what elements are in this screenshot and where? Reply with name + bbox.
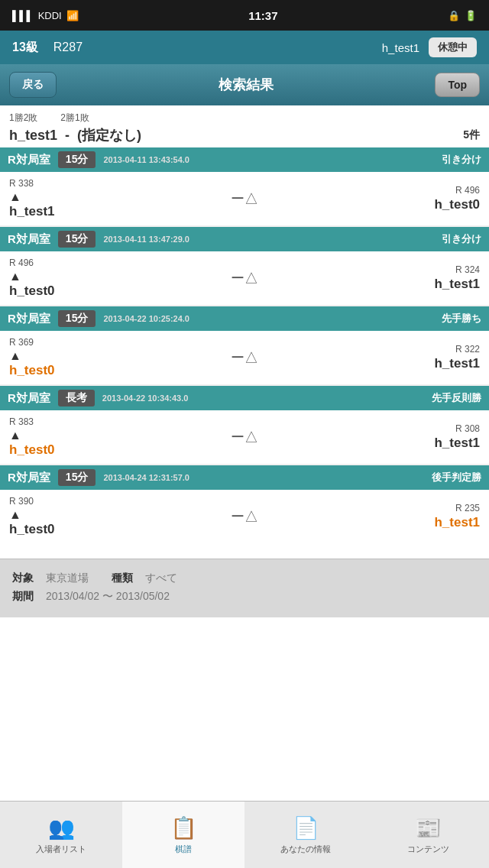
game-room: R対局室 bbox=[8, 391, 50, 406]
player2-name: h_test1 bbox=[434, 356, 480, 371]
player1-piece: ▲ bbox=[9, 190, 21, 204]
game-date: 2013-04-11 13:43:54.0 bbox=[103, 155, 442, 164]
game-date: 2013-04-22 10:34:43.0 bbox=[102, 394, 432, 403]
vs-section: ー△ bbox=[55, 269, 435, 287]
info-bar: 13級 R287 h_test1 休憩中 bbox=[0, 31, 489, 64]
type-label: 種類 bbox=[112, 572, 133, 585]
tab-profile[interactable]: 📄 あなたの情報 bbox=[244, 802, 367, 868]
player2-section: R 496 h_test0 bbox=[434, 185, 480, 212]
player2-name: (指定なし) bbox=[77, 126, 141, 144]
game-date: 2013-04-22 10:25:24.0 bbox=[103, 314, 442, 323]
game-list: R対局室 15分 2013-04-11 13:43:54.0 引き分け R 33… bbox=[0, 147, 489, 543]
filter-row-target: 対象 東京道場 種類 すべて bbox=[12, 572, 477, 585]
target-label: 対象 bbox=[12, 572, 40, 585]
game-result: 先手反則勝 bbox=[432, 391, 481, 405]
search-summary: 1勝2敗 2勝1敗 h_test1 - (指定なし) 5件 bbox=[0, 105, 489, 147]
game-date: 2013-04-11 13:47:29.0 bbox=[103, 235, 442, 244]
vs-symbol: ー△ bbox=[231, 428, 258, 446]
tab-players[interactable]: 👥 入場者リスト bbox=[0, 802, 122, 868]
status-badge: 休憩中 bbox=[429, 37, 477, 57]
player1-name: h_test0 bbox=[9, 283, 55, 299]
player2-rating: R 235 bbox=[455, 503, 480, 513]
player2-name: h_test0 bbox=[434, 197, 480, 212]
player2-wins: 2勝1敗 bbox=[60, 112, 89, 125]
game-item[interactable]: R対局室 15分 2013-04-24 12:31:57.0 後手判定勝 R 3… bbox=[0, 465, 489, 543]
content-tab-label: コンテンツ bbox=[407, 844, 449, 855]
player1-rating: R 496 bbox=[9, 257, 34, 268]
player1-wins: 1勝2敗 bbox=[9, 112, 37, 125]
vs-section: ー△ bbox=[55, 189, 435, 208]
player1-rating: R 369 bbox=[9, 337, 34, 348]
game-result: 後手判定勝 bbox=[432, 471, 481, 484]
player2-name: h_test1 bbox=[434, 515, 480, 530]
vs-section: ー△ bbox=[55, 507, 435, 526]
game-players: R 390 ▲ h_test0 ー△ R 235 h_test1 bbox=[0, 490, 489, 543]
back-button[interactable]: 戻る bbox=[9, 72, 57, 98]
profile-tab-label: あなたの情報 bbox=[280, 844, 331, 855]
player1-name: h_test1 bbox=[9, 204, 55, 219]
game-room: R対局室 bbox=[8, 232, 50, 247]
player1-rating: R 383 bbox=[9, 416, 34, 427]
rating-label: R287 bbox=[53, 40, 83, 54]
player1-section: R 390 ▲ h_test0 bbox=[9, 496, 55, 537]
player1-name: h_test0 bbox=[9, 522, 55, 537]
player1-piece: ▲ bbox=[9, 270, 21, 283]
status-bar-left: ▌▌▌ KDDI 📶 bbox=[12, 10, 79, 21]
vs-symbol: ー△ bbox=[231, 269, 258, 287]
player1-section: R 496 ▲ h_test0 bbox=[9, 257, 55, 299]
game-players: R 369 ▲ h_test0 ー△ R 322 h_test1 bbox=[0, 331, 489, 384]
vs-section: ー△ bbox=[55, 348, 435, 367]
player2-name: h_test1 bbox=[434, 277, 480, 292]
player1-name: h_test0 bbox=[9, 363, 55, 378]
game-players: R 338 ▲ h_test1 ー△ R 496 h_test0 bbox=[0, 172, 489, 225]
game-item[interactable]: R対局室 長考 2013-04-22 10:34:43.0 先手反則勝 R 38… bbox=[0, 386, 489, 464]
vs-symbol: ー△ bbox=[231, 189, 258, 208]
battery-icon: 🔋 bbox=[465, 10, 477, 21]
profile-tab-icon: 📄 bbox=[293, 815, 319, 840]
game-item[interactable]: R対局室 15分 2013-04-11 13:47:29.0 引き分け R 49… bbox=[0, 227, 489, 305]
player1-piece: ▲ bbox=[9, 508, 21, 522]
player2-rating: R 496 bbox=[455, 185, 480, 196]
user-id-label: h_test1 bbox=[382, 41, 419, 54]
game-header: R対局室 15分 2013-04-22 10:25:24.0 先手勝ち bbox=[0, 306, 489, 331]
status-bar-time: 11:37 bbox=[248, 9, 277, 22]
player1-rating: R 338 bbox=[9, 178, 34, 189]
game-result: 先手勝ち bbox=[442, 312, 481, 326]
game-item[interactable]: R対局室 15分 2013-04-22 10:25:24.0 先手勝ち R 36… bbox=[0, 306, 489, 384]
player2-section: R 308 h_test1 bbox=[434, 423, 480, 451]
game-item[interactable]: R対局室 15分 2013-04-11 13:43:54.0 引き分け R 33… bbox=[0, 147, 489, 225]
players-tab-icon: 👥 bbox=[48, 815, 75, 840]
game-time: 15分 bbox=[58, 231, 96, 248]
status-bar-right: 🔒 🔋 bbox=[448, 10, 477, 21]
player1-section: R 383 ▲ h_test0 bbox=[9, 416, 55, 458]
period-label: 期間 bbox=[12, 590, 40, 604]
vs-symbol: ー△ bbox=[231, 348, 258, 367]
game-time: 15分 bbox=[58, 151, 96, 168]
tab-kifu[interactable]: 📋 棋譜 bbox=[122, 802, 244, 868]
player1-section: R 369 ▲ h_test0 bbox=[9, 337, 55, 378]
game-result: 引き分け bbox=[442, 232, 481, 246]
tab-content[interactable]: 📰 コンテンツ bbox=[367, 802, 489, 868]
game-time: 15分 bbox=[58, 310, 96, 327]
kifu-tab-icon: 📋 bbox=[170, 815, 197, 840]
lock-icon: 🔒 bbox=[448, 10, 460, 21]
wifi-icon: 📶 bbox=[66, 10, 79, 21]
game-header: R対局室 長考 2013-04-22 10:34:43.0 先手反則勝 bbox=[0, 386, 489, 410]
nav-bar: 戻る 検索結果 Top bbox=[0, 64, 489, 105]
player2-name: h_test1 bbox=[434, 436, 480, 451]
player1-name: h_test0 bbox=[9, 442, 55, 458]
game-header: R対局室 15分 2013-04-11 13:43:54.0 引き分け bbox=[0, 147, 489, 172]
signal-icon: ▌▌▌ bbox=[12, 10, 34, 21]
status-bar: ▌▌▌ KDDI 📶 11:37 🔒 🔋 bbox=[0, 0, 489, 31]
period-value: 2013/04/02 〜 2013/05/02 bbox=[46, 590, 170, 604]
top-button[interactable]: Top bbox=[435, 73, 480, 97]
game-players: R 496 ▲ h_test0 ー△ R 324 h_test1 bbox=[0, 251, 489, 305]
type-value: すべて bbox=[145, 572, 177, 585]
player1-name: h_test1 bbox=[9, 128, 57, 144]
game-header: R対局室 15分 2013-04-24 12:31:57.0 後手判定勝 bbox=[0, 465, 489, 490]
grade-label: 13級 bbox=[12, 40, 38, 56]
players-tab-label: 入場者リスト bbox=[36, 844, 86, 855]
player2-rating: R 322 bbox=[455, 344, 480, 355]
game-players: R 383 ▲ h_test0 ー△ R 308 h_test1 bbox=[0, 410, 489, 464]
filter-row-period: 期間 2013/04/02 〜 2013/05/02 bbox=[12, 590, 477, 604]
